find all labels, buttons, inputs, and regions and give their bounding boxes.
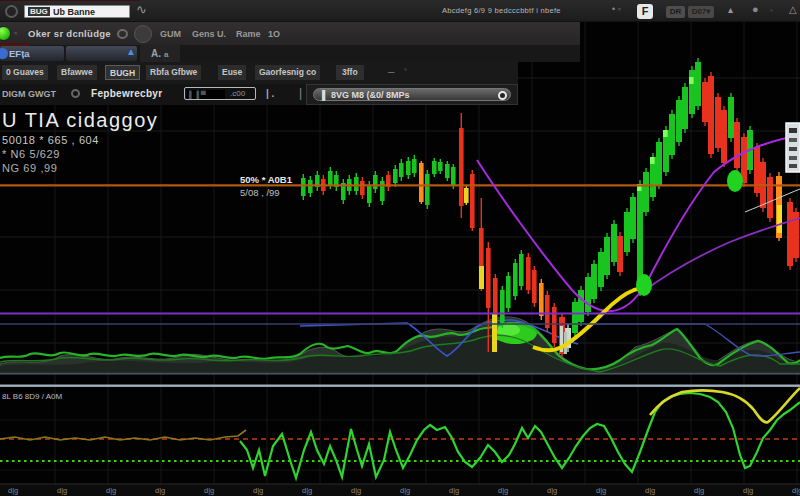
svg-text:d|g: d|g xyxy=(204,486,214,495)
svg-text:d|g: d|g xyxy=(155,486,165,495)
svg-text:50% * A0B1: 50% * A0B1 xyxy=(240,174,293,185)
svg-text:d|g: d|g xyxy=(253,486,263,495)
svg-text:d|g: d|g xyxy=(8,486,18,495)
svg-text:8L B6 8D9 / A0M: 8L B6 8D9 / A0M xyxy=(2,392,63,401)
svg-text:d|g: d|g xyxy=(302,486,312,495)
svg-text:d|g: d|g xyxy=(547,486,557,495)
svg-text:d|g: d|g xyxy=(596,486,606,495)
svg-text:* N6 5/629: * N6 5/629 xyxy=(2,148,60,160)
svg-text:d|g: d|g xyxy=(449,486,459,495)
svg-text:d|g: d|g xyxy=(694,486,704,495)
svg-text:NG 69 ,99: NG 69 ,99 xyxy=(2,162,58,174)
svg-text:d|g: d|g xyxy=(645,486,655,495)
svg-text:d|g: d|g xyxy=(498,486,508,495)
svg-text:d|g: d|g xyxy=(57,486,67,495)
svg-text:U TIA cidaggoy: U TIA cidaggoy xyxy=(2,109,158,131)
svg-text:5/08 , /99: 5/08 , /99 xyxy=(240,187,280,198)
svg-text:d|g: d|g xyxy=(106,486,116,495)
svg-text:d|g: d|g xyxy=(743,486,753,495)
svg-text:d|g: d|g xyxy=(351,486,361,495)
svg-text:50018 * 665 , 604: 50018 * 665 , 604 xyxy=(2,134,99,146)
svg-text:d|g: d|g xyxy=(792,486,800,495)
svg-text:d|g: d|g xyxy=(400,486,410,495)
